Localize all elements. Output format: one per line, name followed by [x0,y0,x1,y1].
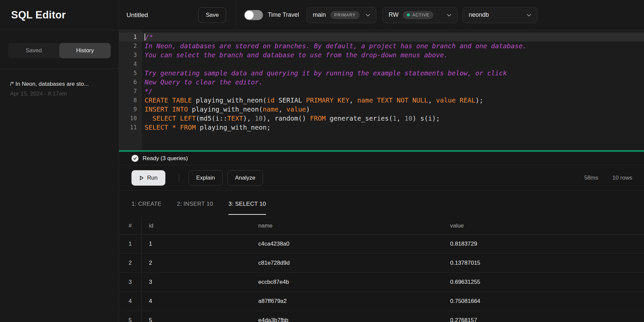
code-token: New Query to clear the editor. [145,78,263,86]
code-token: INSERT INTO [145,106,188,113]
time-travel-toggle[interactable] [244,10,263,20]
code-token [456,96,460,104]
code-text [142,60,145,69]
code-token: , [350,96,357,104]
compute-status-badge: ACTIVE [403,11,433,19]
line-number: 8 [119,96,142,105]
history-list-item[interactable]: /* In Neon, databases are sto...Apr 15, … [0,69,119,97]
actions-bar: Run Explain Analyze 58ms 10 rows [119,165,644,191]
table-cell: 3 [142,273,251,292]
history-item-timestamp: Apr 15, 2024 - 8:17am [10,90,109,97]
line-number: 1 [119,33,142,42]
code-token: , [278,106,286,113]
code-token: 10 [255,115,263,122]
sidebar-tabs: SavedHistory [8,43,111,58]
line-number: 11 [119,123,142,132]
table-cell: 4 [119,292,142,311]
code-token: generate_series( [326,115,393,122]
code-token: , [396,115,404,122]
topbar-divider [236,0,236,30]
table-cell: 0.2768157 [443,311,644,322]
code-line: 5Try generating sample data and querying… [119,69,644,78]
code-token: ) s(i); [412,115,440,122]
table-cell: 1 [119,235,142,253]
table-row: 11c4ca4238a00.8183729 [119,235,644,254]
code-token [373,96,377,104]
sidebar-tab-saved[interactable]: Saved [8,43,59,58]
code-token: id [267,96,274,104]
code-text: /* [142,33,153,42]
line-number: 10 [119,114,142,123]
code-token: playing_with_neon; [196,124,271,131]
save-button[interactable]: Save [198,7,226,23]
compute-value: RW [389,11,399,18]
table-header-row: #idnamevalue [119,217,644,235]
result-tab-3-select-10[interactable]: 3: SELECT 10 [228,191,266,217]
active-status-dot-icon [407,13,410,16]
table-cell: 0.13787015 [443,254,644,272]
toggle-knob-icon [245,11,254,19]
code-token: /* [145,33,153,41]
code-line: 9INSERT INTO playing_with_neon(name, val… [119,105,644,114]
sql-editor[interactable]: 1/*2In Neon, databases are stored on bra… [119,30,644,150]
code-token: ); [475,96,483,104]
run-button-label: Run [147,175,157,181]
code-token: */ [145,87,152,95]
code-text: SELECT LEFT(md5(i::TEXT), 10), random() … [142,114,440,123]
code-token: ), random() [263,115,310,122]
table-cell: 5 [119,311,142,322]
table-row: 44a87ff679a20.75081664 [119,292,644,311]
table-cell: 2 [119,254,142,272]
column-header: value [443,217,644,234]
column-header: # [119,217,142,234]
table-cell: 3 [119,273,142,292]
table-cell: 0.8183729 [443,235,644,253]
table-cell: 5 [142,311,251,322]
code-token: PRIMARY KEY [306,96,349,104]
sidebar-tabs-section: SavedHistory [0,30,119,69]
branch-select[interactable]: main PRIMARY [307,7,376,23]
compute-status-label: ACTIVE [412,13,429,17]
query-row-count: 10 rows [612,175,632,181]
code-token: FROM [310,115,326,122]
code-token: , [428,96,436,104]
query-duration: 58ms [584,175,598,181]
code-line: 7*/ [119,87,644,96]
main-panel: Untitled Save Time Travel main PRIMARY R… [119,0,644,322]
code-token: SELECT LEFT [152,115,196,122]
code-line: 11SELECT * FROM playing_with_neon; [119,123,644,132]
explain-button[interactable]: Explain [189,170,223,186]
code-text: New Query to clear the editor. [142,78,263,87]
sidebar-tab-history[interactable]: History [59,43,111,58]
check-circle-icon [131,155,139,162]
code-token: name [263,106,278,113]
code-line: 1/* [119,33,644,42]
code-token: REAL [460,96,475,104]
branch-value: main [313,11,326,18]
table-cell: 0.69631255 [443,273,644,292]
table-cell: 2 [142,254,251,272]
sidebar: SQL Editor SavedHistory /* In Neon, data… [0,0,119,322]
line-number: 2 [119,42,142,51]
query-metrics: 58ms 10 rows [584,175,632,181]
compute-select[interactable]: RW ACTIVE [382,7,458,23]
line-number: 7 [119,87,142,96]
results-table: #idnamevalue11c4ca4238a00.818372922c81e7… [119,217,644,322]
table-row: 22c81e728d9d0.13787015 [119,254,644,273]
code-token: Try generating sample data and querying … [145,69,507,77]
status-bar: Ready (3 queries) [119,152,644,165]
column-header: id [142,217,251,234]
branch-primary-badge: PRIMARY [330,11,360,19]
run-button[interactable]: Run [131,170,165,186]
analyze-button[interactable]: Analyze [227,170,263,186]
actions-divider [179,174,179,182]
code-token: value [286,106,306,113]
result-tabs: 1: CREATE2: INSERT 103: SELECT 10 [119,191,644,217]
result-tab-1-create[interactable]: 1: CREATE [131,191,161,217]
table-cell: 1 [142,235,251,253]
database-select[interactable]: neondb [463,7,537,23]
query-title: Untitled [126,11,148,19]
code-token: In Neon, databases are stored on branche… [145,42,527,50]
code-token: value [436,96,456,104]
result-tab-2-insert-10[interactable]: 2: INSERT 10 [177,191,213,217]
